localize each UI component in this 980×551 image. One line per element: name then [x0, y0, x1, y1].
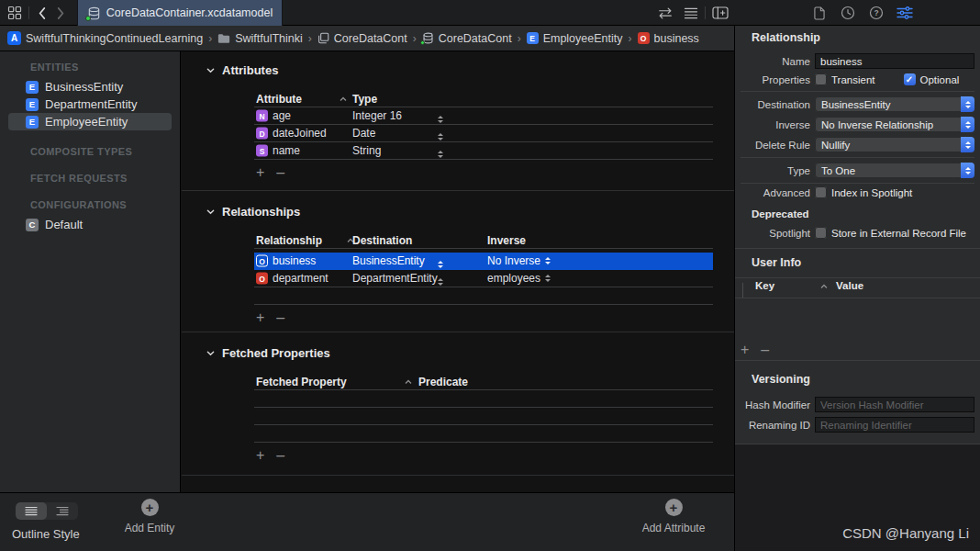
- hash-modifier-field[interactable]: [815, 397, 974, 412]
- col-fetched-property[interactable]: Fetched Property: [256, 376, 347, 388]
- user-info-add-remove: + –: [741, 343, 769, 356]
- dropdown-arrows-icon: [961, 96, 974, 112]
- file-inspector-icon[interactable]: [811, 6, 828, 20]
- col-destination[interactable]: Destination: [352, 234, 412, 247]
- relationship-icon: O: [256, 255, 268, 267]
- history-inspector-icon[interactable]: [840, 6, 856, 20]
- index-spotlight-checkbox[interactable]: [815, 186, 827, 198]
- breadcrumb-item[interactable]: SwiftfulThinki: [217, 32, 303, 45]
- chevron-down-icon: [206, 67, 215, 74]
- relationship-destination: DepartmentEntity: [352, 272, 438, 285]
- name-row: Name: [742, 53, 974, 69]
- delete-rule-dropdown[interactable]: Nullify: [815, 137, 974, 152]
- attributes-section-header[interactable]: Attributes: [206, 63, 278, 77]
- col-type[interactable]: Type: [352, 93, 377, 106]
- toolbar-divider: [28, 6, 29, 19]
- back-button-icon[interactable]: [34, 6, 50, 20]
- value-column[interactable]: Value: [836, 280, 863, 291]
- forward-button-icon[interactable]: [52, 6, 69, 20]
- sidebar-section-title: COMPOSITE TYPES: [30, 146, 180, 157]
- sidebar-item-employeeentity[interactable]: EEmployeeEntity: [8, 113, 172, 130]
- attribute-row[interactable]: SnameString: [254, 142, 713, 160]
- swap-editor-icon[interactable]: [657, 6, 674, 20]
- file-tab[interactable]: CoreDataContainer.xcdatamodel: [77, 0, 283, 26]
- outline-style-hierarchy-button[interactable]: [47, 502, 78, 520]
- empty-row: [254, 287, 713, 305]
- breadcrumb-item[interactable]: EEmployeeEntity: [527, 32, 623, 45]
- relationship-row[interactable]: ObusinessBusinessEntityNo Inverse: [254, 253, 713, 270]
- advanced-label: Advanced: [742, 187, 810, 198]
- col-relationship[interactable]: Relationship: [256, 234, 322, 247]
- sidebar-item-label: BusinessEntity: [45, 80, 123, 94]
- inverse-stepper-icon[interactable]: [545, 257, 551, 264]
- inverse-dropdown[interactable]: No Inverse Relationship: [815, 117, 974, 132]
- inverse-stepper-icon[interactable]: [545, 275, 551, 282]
- breadcrumb-item[interactable]: ASwiftfulThinkingContinuedLearning: [7, 31, 203, 45]
- remove-attribute-row-button[interactable]: –: [276, 166, 284, 179]
- outline-style-list-button[interactable]: [16, 502, 47, 520]
- destination-dropdown[interactable]: BusinessEntity: [815, 96, 974, 112]
- optional-checkbox[interactable]: ✓: [904, 73, 916, 85]
- inspector-divider: [741, 157, 974, 158]
- type-stepper-icon[interactable]: [438, 151, 443, 158]
- breadcrumb-separator: ›: [518, 32, 521, 45]
- col-inverse[interactable]: Inverse: [487, 234, 526, 247]
- destination-stepper-icon[interactable]: [438, 278, 443, 286]
- external-record-checkbox[interactable]: [815, 227, 827, 239]
- help-inspector-icon[interactable]: ?: [868, 6, 885, 20]
- sidebar-item-businessentity[interactable]: EBusinessEntity: [8, 78, 172, 96]
- table-divider: [735, 277, 980, 278]
- breadcrumb-label: CoreDataCont: [334, 32, 407, 45]
- name-field[interactable]: [815, 53, 974, 69]
- add-user-info-button[interactable]: +: [741, 343, 749, 356]
- col-predicate[interactable]: Predicate: [418, 376, 468, 388]
- empty-row: [254, 425, 713, 443]
- renaming-id-field[interactable]: [815, 417, 974, 433]
- breadcrumb-item[interactable]: CoreDataCont: [422, 32, 512, 45]
- attribute-row[interactable]: NageInteger 16: [254, 107, 713, 125]
- fetched-properties-section-header[interactable]: Fetched Properties: [206, 346, 330, 360]
- breadcrumb-item[interactable]: Obusiness: [638, 32, 699, 45]
- attribute-row[interactable]: DdateJoinedDate: [254, 125, 713, 142]
- column-divider: [742, 283, 743, 298]
- attributes-table: Attribute Type NageInteger 16DdateJoined…: [254, 93, 713, 179]
- attributes-inspector-icon[interactable]: [896, 6, 913, 20]
- remove-fetched-row-button[interactable]: –: [276, 449, 284, 462]
- add-editor-icon[interactable]: [712, 6, 729, 20]
- breadcrumb-label: EmployeeEntity: [543, 32, 623, 45]
- add-entity-control: + Add Entity: [95, 499, 205, 534]
- app-icon: A: [7, 31, 21, 45]
- delete-rule-value: Nullify: [821, 140, 850, 151]
- sidebar-item-default[interactable]: CDefault: [8, 216, 172, 233]
- add-relationship-row-button[interactable]: +: [256, 311, 264, 324]
- destination-stepper-icon[interactable]: [438, 261, 443, 268]
- add-entity-button[interactable]: +: [141, 499, 159, 516]
- type-dropdown[interactable]: To One: [815, 163, 974, 178]
- xcode-window: CoreDataContainer.xcdatamodel: [0, 0, 980, 551]
- add-attribute-row-button[interactable]: +: [256, 166, 264, 179]
- dropdown-arrows-icon: [961, 117, 974, 132]
- transient-checkbox[interactable]: [815, 73, 827, 85]
- relationship-row[interactable]: OdepartmentDepartmentEntityemployees: [254, 270, 713, 287]
- remove-relationship-row-button[interactable]: –: [276, 311, 284, 324]
- sidebar-item-departmententity[interactable]: EDepartmentEntity: [8, 96, 172, 113]
- remove-user-info-button[interactable]: –: [761, 343, 769, 356]
- renaming-id-label: Renaming ID: [742, 420, 810, 431]
- index-spotlight-label: Index in Spotlight: [831, 187, 912, 198]
- editor-options-icon[interactable]: [683, 6, 699, 20]
- related-items-icon[interactable]: [6, 6, 23, 20]
- add-fetched-row-button[interactable]: +: [256, 449, 264, 462]
- relationships-section-header[interactable]: Relationships: [206, 205, 300, 219]
- properties-row: Properties Transient ✓ Optional: [742, 73, 974, 85]
- spotlight-label: Spotlight: [742, 228, 810, 239]
- key-column[interactable]: Key: [755, 280, 774, 291]
- model-editor: Attributes Attribute Type NageInteger 16…: [182, 51, 734, 492]
- sidebar-item-label: EmployeeEntity: [45, 115, 128, 129]
- relationship-name: business: [273, 254, 316, 267]
- add-attribute-button[interactable]: +: [665, 499, 683, 516]
- breadcrumb-item[interactable]: CoreDataCont: [317, 32, 407, 45]
- col-attribute[interactable]: Attribute: [256, 93, 302, 106]
- attribute-icon: N: [256, 110, 268, 122]
- type-stepper-icon[interactable]: [438, 116, 443, 123]
- type-stepper-icon[interactable]: [438, 133, 443, 141]
